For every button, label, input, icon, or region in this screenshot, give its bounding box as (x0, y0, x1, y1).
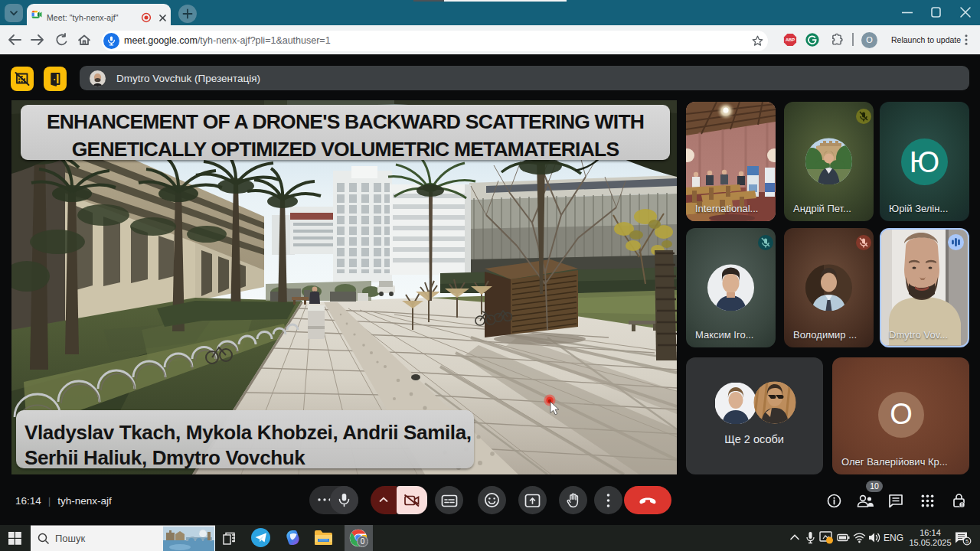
svg-text:Ще 2 особи: Ще 2 особи (724, 433, 784, 445)
svg-text:ABP: ABP (786, 37, 795, 42)
svg-text:5: 5 (965, 538, 969, 545)
